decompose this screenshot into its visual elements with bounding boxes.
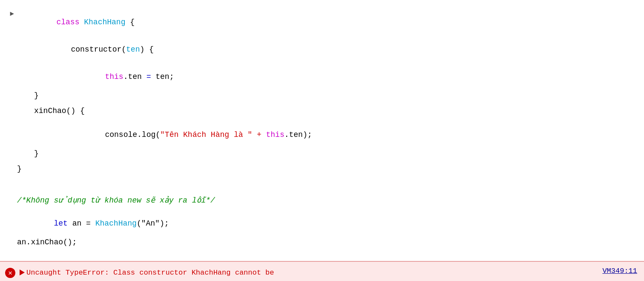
code-editor: ► class KhachHang { constructor(ten) { t… — [0, 0, 644, 281]
code-area: ► class KhachHang { constructor(ten) { t… — [0, 0, 644, 261]
code-line-empty — [0, 179, 644, 194]
class-name: KhachHang — [84, 18, 125, 26]
dot-ten: .ten — [124, 72, 147, 81]
string-literal: "Tên Khách Hàng là " + — [160, 130, 266, 139]
paren-close: ) { — [140, 45, 153, 54]
equals-sign: = — [147, 72, 151, 81]
comment-text: /*Không sử dụng từ khóa new sẽ xảy ra lỗ… — [17, 195, 215, 205]
xinchao-call: an.xinChao(); — [17, 238, 77, 246]
arrow-icon: ► — [4, 10, 20, 18]
error-content: Uncaught TypeError: Class constructor Kh… — [20, 267, 637, 281]
code-line: } — [0, 148, 644, 164]
let-keyword: let — [54, 219, 72, 228]
code-line: /*Không sử dụng từ khóa new sẽ xảy ra lỗ… — [0, 194, 644, 210]
code-line: ► class KhachHang { — [0, 9, 644, 36]
error-first-line: Uncaught TypeError: Class constructor Kh… — [20, 267, 637, 278]
code-content: constructor(ten) { — [34, 37, 154, 62]
code-line: console.log("Tên Khách Hàng là " + this.… — [0, 121, 644, 148]
closing-brace-constructor: } — [34, 91, 39, 100]
triangle-marker — [20, 269, 25, 275]
code-content: console.log("Tên Khách Hàng là " + this.… — [68, 122, 312, 148]
brace: { — [125, 18, 135, 26]
xinchao-method: xinChao() { — [34, 107, 85, 115]
closing-brace-xinchao: } — [34, 149, 39, 158]
closing-brace-class: } — [17, 165, 22, 173]
code-line: } — [0, 90, 644, 106]
constructor-keyword: constructor( — [71, 45, 126, 54]
error-panel: ✕ Uncaught TypeError: Class constructor … — [0, 261, 644, 281]
call-args: ("An"); — [137, 219, 169, 228]
error-x-label: ✕ — [8, 269, 12, 277]
this-keyword: this — [105, 72, 123, 81]
code-line: this.ten = ten; — [0, 63, 644, 90]
code-line: an.xinChao(); — [0, 237, 644, 252]
code-content: let an = KhachHang("An"); — [17, 211, 169, 236]
khachhang-call: KhachHang — [95, 219, 137, 228]
error-second-line: invoked without 'new' — [20, 278, 637, 281]
code-line: } — [0, 164, 644, 179]
code-content: class KhachHang { — [20, 9, 135, 35]
error-message-line1: Uncaught TypeError: Class constructor Kh… — [20, 267, 274, 278]
value-ten: ten; — [151, 72, 174, 81]
var-an: an = — [72, 219, 95, 228]
error-text-line1: Uncaught TypeError: Class constructor Kh… — [26, 269, 274, 277]
code-line: xinChao() { — [0, 106, 644, 121]
error-icon: ✕ — [5, 268, 15, 278]
ten-close: .ten); — [285, 130, 312, 139]
code-line: let an = KhachHang("An"); — [0, 210, 644, 237]
keyword-class: class — [56, 18, 84, 26]
param-ten: ten — [126, 45, 140, 54]
code-line: constructor(ten) { — [0, 36, 644, 63]
console-log: console.log( — [105, 130, 160, 139]
this-keyword2: this — [266, 130, 285, 139]
code-content: this.ten = ten; — [68, 64, 174, 90]
error-source-link[interactable]: VM349:11 — [602, 267, 637, 275]
